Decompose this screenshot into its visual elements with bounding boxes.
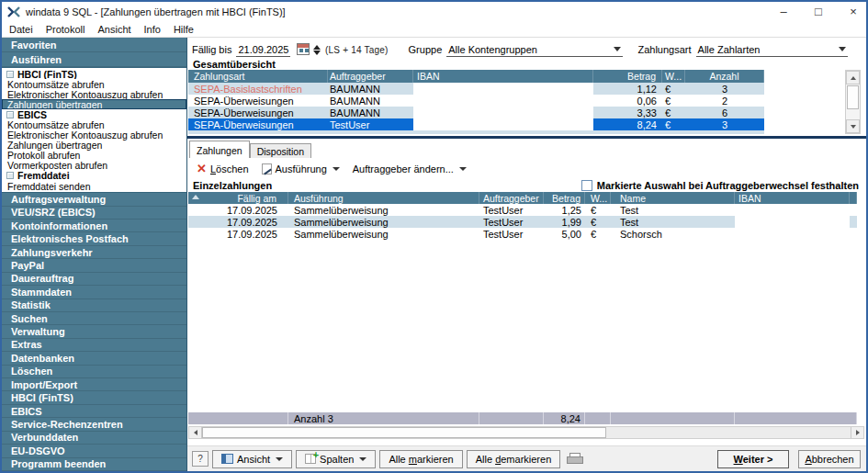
sidebar-item-verbunddaten[interactable]: Verbunddaten xyxy=(2,432,186,445)
sidebar-item-import-export[interactable]: Import/Export xyxy=(2,378,186,391)
sidebar-item-verwaltung[interactable]: Verwaltung xyxy=(2,325,186,338)
zahlungsart-label: Zahlungsart xyxy=(637,44,691,55)
table-row[interactable]: SEPA-Überweisungen BAUMANN 0,06 € 2 xyxy=(188,95,764,107)
sidebar-item-ausfuehren[interactable]: Ausführen xyxy=(2,52,186,67)
sidebar-item-kontoauszug-ebics[interactable]: Elektronischer Kontoauszug abrufen xyxy=(2,130,186,141)
table-row[interactable]: SEPA-Überweisungen BAUMANN 3,33 € 6 xyxy=(188,107,764,118)
close-icon[interactable]: × xyxy=(846,2,861,22)
sidebar-item-zahlungsverkehr[interactable]: Zahlungsverkehr xyxy=(2,246,186,259)
maximize-icon[interactable]: □ xyxy=(811,2,826,22)
sidebar-item-fremddatei-senden[interactable]: Fremddatei senden xyxy=(2,181,186,191)
col-waehrung[interactable]: W... xyxy=(585,192,611,204)
menu-hilfe[interactable]: Hilfe xyxy=(174,24,194,35)
tab-zahlungen[interactable]: Zahlungen xyxy=(189,141,250,158)
scroll-up-icon[interactable] xyxy=(846,71,860,84)
zahlungsart-select[interactable]: Alle Zahlarten xyxy=(696,43,848,57)
col-ausfuehrung[interactable]: Ausführung xyxy=(288,192,479,204)
sidebar-item-ebics[interactable]: EBICS xyxy=(2,405,186,418)
overview-vertical-scrollbar[interactable] xyxy=(845,70,861,134)
sidebar-item-kontoinformationen[interactable]: Kontoinformationen xyxy=(2,220,186,232)
group-box-icon xyxy=(6,111,14,118)
menu-datei[interactable]: Datei xyxy=(9,24,33,35)
festhalten-checkbox[interactable] xyxy=(581,180,592,191)
ansicht-button[interactable]: Ansicht xyxy=(212,450,292,468)
sidebar-group-hbci[interactable]: HBCI (FinTS) xyxy=(2,69,186,79)
menu-ansicht[interactable]: Ansicht xyxy=(97,24,130,35)
tab-disposition[interactable]: Disposition xyxy=(250,143,311,158)
col-name[interactable]: Name xyxy=(611,192,735,204)
col-iban[interactable]: IBAN xyxy=(413,70,593,83)
sidebar-item-favoriten[interactable]: Favoriten xyxy=(2,38,186,52)
loeschen-button[interactable]: ✕ Löschen xyxy=(193,163,253,175)
sidebar-group-ebics[interactable]: EBICS xyxy=(2,109,186,119)
table-row-highlighted[interactable]: 17.09.2025 Sammelüberweisung TestUser 1,… xyxy=(188,216,857,228)
sidebar-item-hbci-fints[interactable]: HBCI (FinTS) xyxy=(2,391,186,404)
printer-icon[interactable] xyxy=(567,453,581,465)
sidebar-item-protokoll-abrufen[interactable]: Protokoll abrufen xyxy=(2,151,186,161)
table-row[interactable]: 17.09.2025 Sammelüberweisung TestUser 5,… xyxy=(188,228,857,240)
sidebar-item-kontoumsaetze-ebics[interactable]: Kontoumsätze abrufen xyxy=(2,119,186,130)
scrollbar-thumb[interactable] xyxy=(847,85,859,109)
sidebar-item-programm-beenden[interactable]: Programm beenden xyxy=(2,458,186,471)
scroll-down-icon[interactable] xyxy=(846,119,860,133)
ausfuehrung-button[interactable]: Ausführung xyxy=(258,163,344,175)
chevron-down-icon xyxy=(359,457,366,461)
sidebar-item-suchen[interactable]: Suchen xyxy=(2,312,186,325)
col-waehrung[interactable]: W... xyxy=(662,70,685,83)
sidebar-item-zahlungen-uebertragen-hbci[interactable]: Zahlungen übertragen xyxy=(2,99,186,109)
sidebar-item-statistik[interactable]: Statistik xyxy=(2,299,186,312)
table-row-selected[interactable]: SEPA-Überweisungen TestUser 8,24 € 3 xyxy=(188,118,764,130)
horizontal-scrollbar[interactable] xyxy=(188,426,864,439)
table-row[interactable]: SEPA-Basislastschriften BAUMANN 1,12 € 3 xyxy=(188,83,764,95)
sidebar-item-kontoumsaetze-hbci[interactable]: Kontoumsätze abrufen xyxy=(2,79,186,89)
col-betrag[interactable]: Betrag xyxy=(544,192,585,204)
sidebar-item-service-rechenzentren[interactable]: Service-Rechenzentren xyxy=(2,418,186,431)
col-anzahl[interactable]: Anzahl xyxy=(685,70,764,83)
due-date-field[interactable]: 21.09.2025 xyxy=(236,43,290,57)
col-betrag[interactable]: Betrag xyxy=(593,70,662,83)
menu-info[interactable]: Info xyxy=(144,24,161,35)
sidebar-item-extras[interactable]: Extras xyxy=(2,339,186,352)
minimize-icon[interactable]: – xyxy=(776,2,791,22)
pane-splitter[interactable] xyxy=(187,136,866,139)
weiter-button[interactable]: Weiter > xyxy=(717,450,789,468)
kontengruppen-select[interactable]: Alle Kontengruppen xyxy=(446,43,623,57)
sidebar-item-paypal[interactable]: PayPal xyxy=(2,259,186,272)
col-auftraggeber[interactable]: Auftraggeber xyxy=(479,192,544,204)
col-auftraggeber[interactable]: Auftraggeber xyxy=(328,70,413,83)
abbrechen-button[interactable]: Abbrechen xyxy=(798,450,861,468)
scrollbar-thumb[interactable] xyxy=(202,427,606,438)
festhalten-checkbox-group[interactable]: Markierte Auswahl bei Auftraggeberwechse… xyxy=(581,180,859,191)
sidebar-item-elektronisches-postfach[interactable]: Elektronisches Postfach xyxy=(2,232,186,245)
view-layout-icon xyxy=(221,454,233,464)
col-zahlungsart[interactable]: Zahlungsart xyxy=(188,70,328,83)
sidebar-item-loeschen[interactable]: Löschen xyxy=(2,366,186,378)
sidebar-item-veu-srz[interactable]: VEU/SRZ (EBICS) xyxy=(2,207,186,220)
payments-toolbar: ✕ Löschen Ausführung Auftraggeber ändern… xyxy=(193,161,470,177)
col-faellig-am[interactable]: Fällig am xyxy=(188,192,288,204)
sidebar-group-fremddatei[interactable]: Fremddatei xyxy=(2,171,186,181)
sidebar-item-vormerkposten-abrufen[interactable]: Vormerkposten abrufen xyxy=(2,161,186,171)
auftraggeber-aendern-button[interactable]: Auftraggeber ändern... xyxy=(349,163,470,175)
scroll-right-icon[interactable] xyxy=(851,427,863,438)
col-iban[interactable]: IBAN xyxy=(735,192,850,204)
app-window: windata 9 SQL - [Zahlungen übertragen mi… xyxy=(0,0,868,473)
scroll-left-icon[interactable] xyxy=(189,427,202,438)
sidebar-item-stammdaten[interactable]: Stammdaten xyxy=(2,286,186,298)
sidebar-item-dauerauftrag[interactable]: Dauerauftrag xyxy=(2,273,186,286)
menu-protokoll[interactable]: Protokoll xyxy=(46,24,85,35)
alle-markieren-button[interactable]: Alle markieren xyxy=(379,450,462,468)
date-spinner[interactable] xyxy=(313,45,321,55)
table-row[interactable]: 17.09.2025 Sammelüberweisung TestUser 1,… xyxy=(188,204,857,216)
help-button[interactable]: ? xyxy=(192,451,209,467)
sidebar-item-datenbanken[interactable]: Datenbanken xyxy=(2,352,186,365)
sidebar-item-kontoauszug-hbci[interactable]: Elektronischer Kontoauszug abrufen xyxy=(2,89,186,99)
alle-demarkieren-button[interactable]: Alle demarkieren xyxy=(467,450,561,468)
sidebar-item-zahlungen-uebertragen-ebics[interactable]: Zahlungen übertragen xyxy=(2,141,186,151)
calendar-icon[interactable] xyxy=(297,43,310,55)
spinner-down-icon[interactable] xyxy=(313,51,321,55)
spinner-up-icon[interactable] xyxy=(313,45,321,50)
spalten-button[interactable]: Spalten xyxy=(296,450,376,468)
sidebar-item-eu-dsgvo[interactable]: EU-DSGVO xyxy=(2,445,186,457)
sidebar-item-auftragsverwaltung[interactable]: Auftragsverwaltung xyxy=(2,193,186,206)
